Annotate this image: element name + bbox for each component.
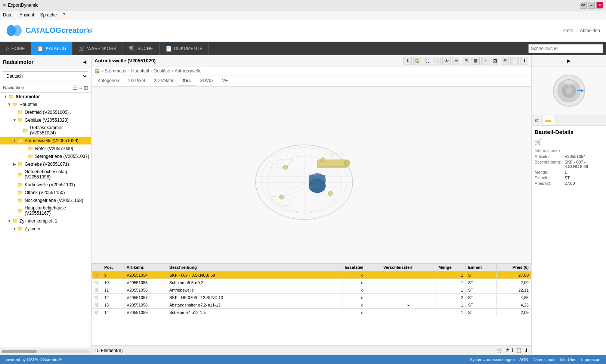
- table-row[interactable]: 🛒 14 V20551059 Scheibe ø7-ø12-1.5 x 1 ST…: [92, 309, 531, 316]
- tab-katalog[interactable]: 📋 KATALOG: [31, 42, 72, 55]
- footer-copy-icon[interactable]: 📋: [516, 348, 522, 353]
- breadcrumb-home-icon[interactable]: 🏠: [95, 68, 100, 74]
- col-menge[interactable]: Menge: [436, 264, 466, 271]
- tab-suche[interactable]: 🔍 SUCHE: [123, 42, 160, 55]
- row-cart-icon[interactable]: 🛒: [92, 279, 102, 286]
- row-cart-icon[interactable]: 🛒: [92, 309, 102, 316]
- tree-item-rotor[interactable]: 📁 Rotor (V20551030): [0, 144, 91, 152]
- col-ersatzteil[interactable]: Ersatzteil: [343, 264, 381, 271]
- toolbar-list[interactable]: ☰: [452, 57, 460, 65]
- close-button[interactable]: ✕: [596, 2, 603, 9]
- row-beschreibung: SKF - HK 0709 - 12.SI.NC.13: [167, 294, 343, 301]
- menu-sprache[interactable]: Sprache: [40, 12, 57, 18]
- table-row[interactable]: 🛒 13 V20551058 Abstandshalter ø7.2-ø11-1…: [92, 301, 531, 309]
- footer-impressum[interactable]: Impressum: [581, 357, 602, 362]
- toolbar-fit[interactable]: ↔: [433, 57, 441, 65]
- tree-item-antriebswelle[interactable]: ▼ 📁 Antriebswelle (V20551029): [0, 137, 91, 144]
- toolbar-tile[interactable]: ▦: [471, 57, 480, 65]
- tree-item-oltank[interactable]: 📁 Öltank (V20551150): [0, 189, 91, 196]
- nav-list-icon[interactable]: ☰: [73, 85, 78, 91]
- table-row[interactable]: 🛒 10 V20551055 Scheibe ø5.5-ø9-2 x 1 ST …: [92, 279, 531, 286]
- right-panel-toggle[interactable]: ▶: [532, 55, 606, 66]
- tab-ve[interactable]: VE: [217, 75, 232, 86]
- toolbar-view[interactable]: 👁: [442, 57, 451, 65]
- tree-label: Sterngetriebe (V20551037): [35, 154, 90, 159]
- toolbar-fullscreen[interactable]: ⛶: [423, 57, 431, 65]
- tab-2dvektor[interactable]: 2D Vektor: [149, 75, 178, 86]
- nav-grid-icon[interactable]: ⊞: [84, 85, 88, 91]
- tree-item-hauptkurbelgehause[interactable]: 📁 Hauptkurbelgehäuse (V20551167): [0, 204, 91, 217]
- col-einheit[interactable]: Einheit: [466, 264, 496, 271]
- sidebar-scrollbar[interactable]: [0, 348, 91, 355]
- language-dropdown[interactable]: Deutsch: [3, 71, 88, 81]
- tree-label: Getriebe (V20551071): [25, 162, 90, 167]
- toolbar-doc[interactable]: 📄: [510, 57, 519, 65]
- row-cart-icon[interactable]: 🛒: [92, 271, 102, 279]
- table-row[interactable]: 🛒 11 V20551056 Antriebswelle x 1 ST 22,1…: [92, 286, 531, 294]
- footer-info-uber[interactable]: Info Über: [560, 357, 576, 362]
- tab-home[interactable]: ⌂ HOME: [0, 42, 31, 55]
- menu-datei[interactable]: Datei: [3, 12, 13, 18]
- tree-item-hauptteil[interactable]: ▼ 📁 Hauptteil: [0, 100, 91, 108]
- toolbar-download[interactable]: ⬇: [404, 57, 412, 65]
- tree-item-zylinder-komplett[interactable]: ▼ 📁 Zylinder komplett 1: [0, 217, 91, 225]
- tree-item-drehfeld[interactable]: 📁 Drehfeld (V20551005): [0, 108, 91, 116]
- footer-systemvoraussetzungen[interactable]: Systemvoraussetzungen: [470, 357, 515, 362]
- footer-agb[interactable]: AGB: [519, 357, 528, 362]
- nav-detail-icon[interactable]: ≡: [79, 85, 82, 91]
- menu-ansicht[interactable]: Ansicht: [19, 12, 34, 18]
- col-beschreibung[interactable]: Beschreibung: [167, 264, 343, 271]
- tree-item-getriebe[interactable]: ▶ 📁 Getriebe (V20551071): [0, 160, 91, 168]
- tree-item-nockengetriebe[interactable]: 📁 Nockengetriebe (V20551158): [0, 196, 91, 204]
- tree-item-sternmotor[interactable]: ▼ 📁 Sternmotor: [0, 93, 91, 100]
- col-artikelnr[interactable]: Artikelnr.: [124, 264, 167, 271]
- footer-filter-icon[interactable]: ⚗: [505, 348, 510, 353]
- tree-item-geblasekammer[interactable]: 📁 Gebläsekammer (V20551024): [0, 124, 91, 137]
- toolbar-grid[interactable]: ⊞: [462, 57, 470, 65]
- tab-dokumente[interactable]: 📄 DOKUMENTE: [160, 42, 209, 55]
- abmelden-link[interactable]: Abmelden: [580, 28, 600, 33]
- col-pos[interactable]: Pos.: [102, 264, 124, 271]
- row-cart-icon[interactable]: 🛒: [92, 286, 102, 294]
- tab-kategorien[interactable]: Kategorien: [93, 75, 124, 86]
- table-row[interactable]: 🛒 9 V20551054 SKF - 607 - 8.SI.NC.8 69 x…: [92, 271, 531, 279]
- tree-item-sterngetriebe[interactable]: 📁 Sterngetriebe (V20551037): [0, 152, 91, 160]
- toolbar-export[interactable]: ⬇: [520, 57, 528, 65]
- table-row[interactable]: 🛒 12 V20551057 SKF - HK 0709 - 12.SI.NC.…: [92, 294, 531, 301]
- toolbar-table[interactable]: ⊟: [501, 57, 509, 65]
- sidebar-toggle-button[interactable]: ◀: [81, 58, 88, 66]
- toolbar-image[interactable]: 🖼: [491, 57, 499, 65]
- breadcrumb-hauptteil[interactable]: Hauptteil: [131, 68, 149, 74]
- part-tab-detail[interactable]: ▬: [543, 115, 554, 125]
- menu-help[interactable]: ?: [63, 12, 65, 18]
- profil-link[interactable]: Profil: [562, 28, 572, 33]
- search-input[interactable]: [528, 44, 603, 53]
- tab-xvl[interactable]: XVL: [178, 75, 195, 86]
- row-cart-icon[interactable]: 🛒: [92, 294, 102, 301]
- col-verschleissteil[interactable]: Verschleissteil: [381, 264, 436, 271]
- svg-point-19: [321, 158, 325, 162]
- restore-button[interactable]: 🗗: [580, 2, 587, 9]
- toolbar-home[interactable]: 🏠: [413, 57, 421, 65]
- tab-warenkorb[interactable]: 🛒 WARENKORB: [72, 42, 123, 55]
- part-tab-info[interactable]: 🏷: [532, 115, 543, 125]
- footer-info-icon[interactable]: ℹ: [512, 348, 514, 353]
- row-cart-icon[interactable]: 🛒: [92, 301, 102, 309]
- tree-label: Hauptteil: [19, 102, 90, 107]
- tree-item-kurbelwelle[interactable]: 📁 Kurbelwelle (V20551101): [0, 181, 91, 189]
- cart-button-detail[interactable]: 🛒: [535, 139, 542, 145]
- breadcrumb-geblase[interactable]: Gebläse: [154, 68, 170, 74]
- tree-item-geblase[interactable]: ▼ 📁 Gebläse (V20551023): [0, 116, 91, 124]
- breadcrumb-sternmotor[interactable]: Sternmotor: [105, 68, 127, 74]
- footer-cart-icon[interactable]: 🛒: [497, 348, 503, 353]
- footer-download-icon[interactable]: ⬇: [524, 348, 528, 353]
- tab-2dpixel[interactable]: 2D Pixel: [124, 75, 149, 86]
- minimize-button[interactable]: –: [588, 2, 595, 9]
- tree-item-getriebeboxbeschlag[interactable]: 📁 Getriebeboxbeschlag (V20551096): [0, 168, 91, 181]
- tab-3dvia[interactable]: 3DVIA: [196, 75, 218, 86]
- 3d-viewer[interactable]: [92, 87, 531, 263]
- footer-datenschutz[interactable]: Datenschutz: [532, 357, 555, 362]
- col-preis[interactable]: Preis (€): [496, 264, 531, 271]
- tree-item-zylinder[interactable]: ▼ 📁 Zylinder: [0, 225, 91, 233]
- toolbar-more[interactable]: ⋯: [481, 57, 489, 65]
